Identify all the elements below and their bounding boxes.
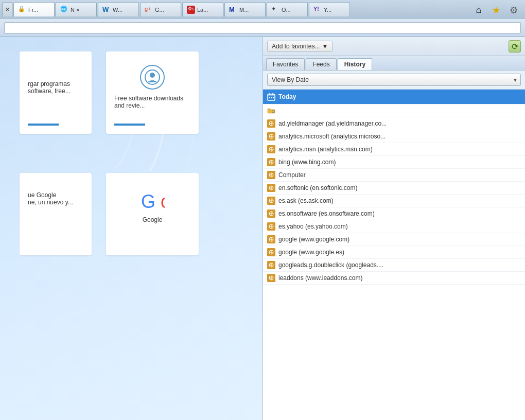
- card-2-icon: [140, 65, 165, 90]
- tab-6[interactable]: M M...: [224, 2, 266, 16]
- history-item-6[interactable]: es.ask (es.ask.com): [263, 195, 525, 207]
- address-input[interactable]: [4, 22, 521, 33]
- tab-6-icon: M: [229, 6, 237, 14]
- toolbar-right: ⌂ ★ ⚙: [471, 2, 523, 18]
- site-icon-12: [267, 274, 275, 282]
- panel-close-button[interactable]: ⟳: [509, 40, 521, 52]
- tab-1[interactable]: 🔒 Fr...: [13, 2, 55, 16]
- tab-1-icon: 🔒: [18, 6, 26, 14]
- content-card-google[interactable]: G o o g l e Google: [106, 173, 199, 255]
- tab-8-label: Y...: [324, 7, 331, 13]
- tab-4-icon: g+: [145, 6, 153, 14]
- history-item-9[interactable]: google (www.google.com): [263, 233, 525, 246]
- history-item-label-7: es.onsoftware (es.onsoftware.com): [278, 210, 375, 217]
- add-favorites-label: Add to favorites...: [272, 43, 320, 50]
- site-icon-9: [267, 235, 275, 243]
- site-icon-2: [267, 145, 275, 153]
- site-icon-1: [267, 132, 275, 141]
- tab-bar: ✕ 🔒 Fr... 🌐 N × W W... g+ G... ⚙s La... …: [0, 0, 525, 19]
- history-item-4[interactable]: Computer: [263, 169, 525, 182]
- tab-5-label: La...: [197, 7, 208, 13]
- browser-content: rgar programassoftware, free... Free sof…: [0, 37, 525, 420]
- panel-header: Add to favorites... ▼ ⟳: [263, 37, 525, 56]
- history-today-header[interactable]: Today: [263, 90, 525, 104]
- tab-6-label: M...: [239, 7, 249, 13]
- history-item-label-2: analytics.msn (analytics.msn.com): [278, 146, 373, 153]
- google-label: Google: [114, 216, 190, 223]
- settings-button[interactable]: ⚙: [506, 3, 521, 18]
- card-1-bar: [28, 124, 59, 126]
- svg-rect-6: [272, 93, 273, 95]
- svg-text:G
              o
            : G o o g l e: [141, 191, 165, 212]
- history-item-label-9: google (www.google.com): [278, 236, 349, 243]
- tab-5[interactable]: ⚙s La...: [182, 2, 223, 16]
- svg-rect-4: [268, 94, 275, 96]
- tab-4[interactable]: g+ G...: [140, 2, 181, 16]
- site-icon-6: [267, 197, 275, 205]
- site-icon-11: [267, 261, 275, 269]
- home-icon: ⌂: [476, 5, 482, 15]
- close-all-tab-button[interactable]: ✕: [2, 2, 12, 16]
- site-icon-3: [267, 158, 275, 166]
- tab-5-icon: ⚙s: [187, 6, 195, 14]
- svg-rect-8: [271, 97, 272, 98]
- card-3-partial-text: ue Googlene, un nuevo y...: [28, 191, 83, 206]
- card-2-text: Free software downloads and revie...: [114, 95, 190, 109]
- history-item-1[interactable]: analytics.microsoft (analytics.microso..…: [263, 130, 525, 143]
- history-item-11[interactable]: googleads.g.doubleclick (googleads....: [263, 259, 525, 272]
- history-item-0[interactable]: ad.yieldmanager (ad.yieldmanager.co...: [263, 117, 525, 130]
- svg-rect-9: [273, 97, 274, 98]
- favorites-star-button[interactable]: ★: [489, 3, 503, 18]
- tab-favorites[interactable]: Favorites: [266, 58, 305, 70]
- history-item-label-5: en.softonic (en.softonic.com): [278, 184, 357, 191]
- history-item-label-10: google (www.google.es): [278, 249, 344, 256]
- star-icon: ★: [492, 5, 500, 16]
- history-item-8[interactable]: es.yahoo (es.yahoo.com): [263, 220, 525, 233]
- tab-4-label: G...: [155, 7, 164, 13]
- content-card-2[interactable]: Free software downloads and revie...: [106, 51, 199, 134]
- home-button[interactable]: ⌂: [471, 3, 486, 18]
- site-icon-5: [267, 184, 275, 192]
- tab-8-icon: Y!: [313, 6, 322, 14]
- tab-history[interactable]: History: [338, 58, 372, 70]
- tab-7-label: O...: [282, 7, 291, 13]
- history-item-3[interactable]: bing (www.bing.com): [263, 156, 525, 169]
- history-item-5[interactable]: en.softonic (en.softonic.com): [263, 182, 525, 195]
- tab-8[interactable]: Y! Y...: [309, 2, 350, 16]
- add-to-favorites-button[interactable]: Add to favorites... ▼: [267, 41, 332, 52]
- history-item-7[interactable]: es.onsoftware (es.onsoftware.com): [263, 207, 525, 220]
- content-card-3[interactable]: ue Googlene, un nuevo y...: [20, 173, 92, 255]
- site-icon-7: [267, 209, 275, 218]
- history-item-12[interactable]: ieaddons (www.ieaddons.com): [263, 272, 525, 285]
- tab-7[interactable]: ✦ O...: [267, 2, 308, 16]
- tab-7-icon: ✦: [271, 6, 279, 14]
- view-by-row: View By Date View By Site View By Most V…: [263, 71, 525, 90]
- history-item-label-11: googleads.g.doubleclick (googleads....: [278, 261, 383, 269]
- history-list[interactable]: Today: [263, 90, 525, 420]
- view-by-select[interactable]: View By Date View By Site View By Most V…: [267, 74, 521, 86]
- history-item-label-6: es.ask (es.ask.com): [278, 197, 334, 204]
- history-item-10[interactable]: google (www.google.es): [263, 246, 525, 259]
- today-calendar-icon: [267, 93, 275, 101]
- history-item-folder[interactable]: [263, 104, 525, 117]
- site-icon-0: [267, 119, 275, 128]
- tab-2-icon: 🌐: [60, 6, 68, 14]
- tab-2[interactable]: 🌐 N ×: [56, 2, 97, 16]
- history-item-2[interactable]: analytics.msn (analytics.msn.com): [263, 143, 525, 156]
- today-label: Today: [278, 93, 296, 100]
- tab-2-label: N ×: [71, 7, 79, 13]
- tab-3[interactable]: W W...: [98, 2, 139, 16]
- history-item-label-12: ieaddons (www.ieaddons.com): [278, 274, 362, 282]
- content-card-1[interactable]: rgar programassoftware, free...: [20, 51, 92, 134]
- history-item-label-4: Computer: [278, 171, 306, 179]
- tab-feeds[interactable]: Feeds: [306, 58, 336, 70]
- history-item-label-1: analytics.microsoft (analytics.microso..…: [278, 133, 386, 140]
- card-1-text: rgar programassoftware, free...: [28, 80, 83, 95]
- panel-close-icon: ⟳: [512, 42, 518, 51]
- panel-tabs: Favorites Feeds History: [263, 56, 525, 71]
- site-icon-4: [267, 171, 275, 179]
- favorites-panel: Add to favorites... ▼ ⟳ Favorites Feeds …: [262, 37, 525, 420]
- gear-icon: ⚙: [510, 5, 518, 16]
- add-favorites-arrow-icon: ▼: [322, 43, 328, 50]
- view-by-wrapper: View By Date View By Site View By Most V…: [267, 74, 521, 86]
